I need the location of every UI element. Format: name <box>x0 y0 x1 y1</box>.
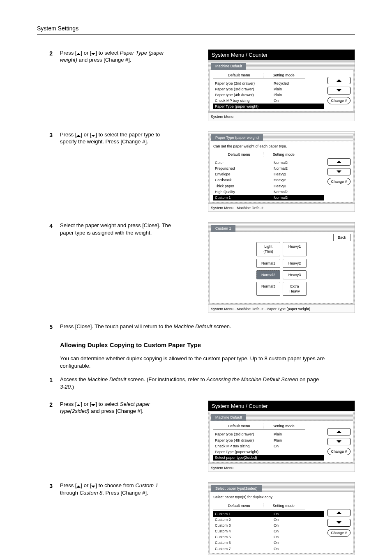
panel-title: System Menu / Counter <box>208 50 355 60</box>
up-arrow-icon <box>337 79 341 82</box>
panel-machine-default-2: System Menu / Counter Machine Default De… <box>208 401 355 472</box>
row-mode: Heavy2 <box>274 172 323 177</box>
row-name[interactable]: Custom 2 <box>215 517 274 522</box>
t: ] or [ <box>81 131 91 138</box>
scroll-down-button[interactable] <box>327 438 350 445</box>
row-name[interactable]: Paper type (2nd drawer) <box>215 81 274 86</box>
breadcrumb: System Menu <box>208 464 355 472</box>
weight-option[interactable]: Normal3 <box>256 282 280 296</box>
step-5: 5 Press [Close]. The touch panel will re… <box>37 323 355 331</box>
change-button[interactable]: Change # <box>327 448 350 455</box>
weight-option[interactable]: Normal1 <box>256 259 280 268</box>
row-name[interactable]: Custom 3 <box>215 523 274 528</box>
weight-option[interactable]: Light(Thin) <box>256 242 280 256</box>
row-name[interactable]: High Quality <box>215 189 274 194</box>
panel-list: Custom 1On Custom 2On Custom 3On Custom … <box>213 511 324 552</box>
legend-right: Setting mode <box>263 424 304 428</box>
running-head: System Settings <box>37 25 355 35</box>
step-number: 3 <box>37 482 60 490</box>
row-name[interactable]: Paper type (3rd drawer) <box>215 432 274 437</box>
t: on page <box>298 376 319 382</box>
t: Accessing the Machine Default Screen <box>206 376 298 382</box>
step-1b: 1 Access the Machine Default screen. (Fo… <box>37 376 355 390</box>
row-name[interactable]: Custom 7 <box>215 546 274 551</box>
step-number: 2 <box>37 49 60 58</box>
row-name[interactable]: Thick paper <box>215 184 274 189</box>
panel-list: Paper type (3rd drawer)Plain Paper type … <box>213 431 324 461</box>
step-text: Press [] or [] to select the paper type … <box>60 131 175 212</box>
t: ] or [ <box>81 482 91 488</box>
t: Press [ <box>60 131 76 138</box>
scroll-up-button[interactable] <box>327 158 350 166</box>
scroll-up-button[interactable] <box>327 509 350 516</box>
t: screen. (For instructions, refer to <box>126 376 206 382</box>
weight-option[interactable]: ExtraHeavy <box>283 282 307 296</box>
row-mode: On <box>274 534 323 539</box>
up-arrow-icon <box>76 135 81 137</box>
row-mode: On <box>274 444 323 449</box>
change-button[interactable]: Change # <box>327 529 350 537</box>
weight-options: Light(Thin) Heavy1 Normal1 Heavy2 Normal… <box>256 242 307 296</box>
up-arrow-icon <box>76 53 81 55</box>
panel-tab: Paper Type (paper weight) <box>211 134 263 141</box>
step-text: Press [Close]. The touch panel will retu… <box>60 323 323 330</box>
row-name[interactable]: Envelope <box>215 172 274 177</box>
t: 3-20 <box>60 384 71 390</box>
panel-tab[interactable]: Machine Default <box>211 63 246 69</box>
change-button[interactable]: Change # <box>327 178 350 185</box>
legend-right: Setting mode <box>263 503 304 508</box>
section-heading: Allowing Duplex Copying to Custom Paper … <box>60 341 355 349</box>
row-name[interactable]: Paper Type (paper weight) <box>215 449 274 454</box>
panel-machine-default-1: System Menu / Counter Machine Default De… <box>208 49 355 121</box>
change-button[interactable]: Change # <box>327 97 350 104</box>
row-name[interactable]: Paper type (4th drawer) <box>215 92 274 97</box>
row-name[interactable]: Check MP tray sizing <box>215 444 274 449</box>
row-name[interactable]: Custom 1 <box>215 195 274 200</box>
back-button[interactable]: Back <box>333 234 350 241</box>
t: Custom 1 <box>135 482 158 488</box>
up-arrow-icon <box>76 486 81 488</box>
down-arrow-icon <box>337 521 341 524</box>
row-name[interactable]: Cardstock <box>215 177 274 182</box>
panel-list: ColorNormal2 PrepunchedNormal2 EnvelopeH… <box>213 160 324 200</box>
t: Press [ <box>60 401 76 407</box>
scroll-up-button[interactable] <box>327 428 350 435</box>
up-arrow-icon <box>76 404 81 406</box>
row-mode: Plain <box>274 438 323 443</box>
down-arrow-icon <box>91 486 95 488</box>
step-number: 4 <box>37 222 60 230</box>
row-name[interactable]: Paper type (4th drawer) <box>215 438 274 443</box>
scroll-down-button[interactable] <box>327 519 350 526</box>
row-name[interactable]: Check MP tray sizing <box>215 98 274 103</box>
weight-option[interactable]: Heavy1 <box>283 242 307 256</box>
panel-helper: Can set the paper weight of each paper t… <box>212 143 326 151</box>
row-name[interactable]: Custom 1 <box>215 511 274 516</box>
row-mode: Normal2 <box>274 160 323 165</box>
weight-option[interactable]: Heavy3 <box>283 270 307 279</box>
breadcrumb: System Menu - Machine Default - Paper Ty… <box>208 305 355 313</box>
step-text: Access the Machine Default screen. (For … <box>60 376 323 390</box>
row-mode: Normal2 <box>274 195 323 200</box>
row-name[interactable]: Custom 6 <box>215 540 274 545</box>
row-name[interactable]: Custom 5 <box>215 534 274 539</box>
scroll-up-button[interactable] <box>327 77 350 84</box>
t: through <box>60 490 80 496</box>
row-name[interactable]: Select paper type(2sided) <box>215 455 274 460</box>
row-name[interactable]: Custom 4 <box>215 529 274 534</box>
scroll-down-button[interactable] <box>327 87 350 94</box>
row-name[interactable]: Prepunched <box>215 166 274 171</box>
row-mode: On <box>274 529 323 534</box>
weight-option[interactable]: Normal2 <box>256 270 280 279</box>
panel-tab[interactable]: Machine Default <box>211 414 246 421</box>
row-mode: Heavy3 <box>274 184 323 189</box>
row-mode: Heavy2 <box>274 177 323 182</box>
panel-custom-1-weight: Custom 1 Back Light(Thin) Heavy1 Normal1… <box>208 222 355 313</box>
row-name[interactable]: Color <box>215 160 274 165</box>
t: ] to select <box>95 50 120 56</box>
step-2: 2 Press [] or [] to select Paper Type (p… <box>37 49 355 121</box>
row-name[interactable]: Paper type (3rd drawer) <box>215 87 274 92</box>
row-name[interactable]: Paper Type (paper weight) <box>215 104 274 109</box>
scroll-down-button[interactable] <box>327 168 350 175</box>
down-arrow-icon <box>337 170 341 173</box>
weight-option[interactable]: Heavy2 <box>283 259 307 268</box>
